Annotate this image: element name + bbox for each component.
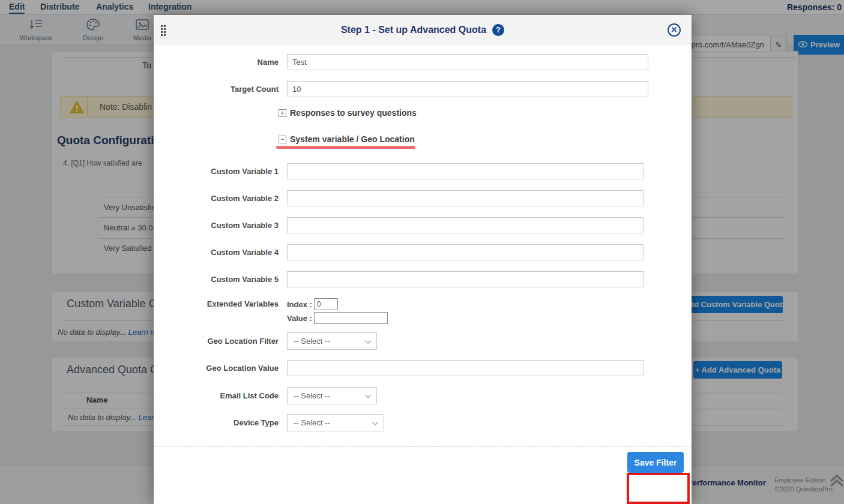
email-list-code-label: Email List Code [154, 391, 279, 400]
modal-footer: Save Filter [154, 446, 692, 475]
form-row-custom-variable-3: Custom Variable 3 [154, 217, 692, 233]
device-type-label: Device Type [154, 418, 279, 427]
geo-location-value-label: Geo Location Value [154, 364, 279, 373]
extended-variables-fields: Index : Value : [287, 298, 388, 324]
extended-index-line: Index : [287, 298, 388, 310]
custom-variable-4-input[interactable] [287, 244, 644, 260]
form-row-custom-variable-2: Custom Variable 2 [154, 190, 692, 206]
extended-value-line: Value : [287, 312, 388, 324]
custom-variable-2-input[interactable] [287, 190, 644, 206]
custom-variable-1-input[interactable] [287, 163, 644, 179]
extended-variables-label: Extended Variables [154, 298, 279, 324]
save-filter-button[interactable]: Save Filter [627, 452, 684, 473]
geo-location-filter-label: Geo Location Filter [154, 337, 279, 346]
custom-variable-1-label: Custom Variable 1 [154, 167, 279, 176]
form-row-custom-variable-5: Custom Variable 5 [154, 271, 692, 287]
form-row-email-list-code: Email List Code -- Select -- [154, 387, 692, 404]
section-responses-to-survey-questions[interactable]: + Responses to survey questions [279, 108, 692, 118]
value-label: Value : [287, 314, 312, 323]
red-underline-annotation [276, 146, 415, 149]
form-row-geo-location-filter: Geo Location Filter -- Select -- [154, 332, 692, 350]
form-row-custom-variable-4: Custom Variable 4 [154, 244, 692, 260]
close-icon[interactable]: ✕ [668, 23, 681, 37]
index-label: Index : [287, 300, 312, 309]
modal-header: Step 1 - Set up Advanced Quota ? ✕ [154, 15, 692, 45]
expand-icon[interactable]: + [279, 109, 286, 117]
form-row-custom-variable-1: Custom Variable 1 [154, 163, 692, 179]
modal-body: Name Target Count + Responses to survey … [154, 45, 692, 475]
name-label: Name [154, 58, 279, 67]
selected-value: -- Select -- [294, 391, 330, 400]
section-label: System variable / Geo Location [290, 134, 415, 144]
chevron-down-icon [365, 338, 372, 344]
custom-variable-5-input[interactable] [287, 271, 644, 287]
collapse-icon[interactable]: − [279, 136, 286, 143]
form-row-geo-location-value: Geo Location Value [154, 360, 692, 376]
form-row-device-type: Device Type -- Select -- [154, 414, 692, 431]
target-count-label: Target Count [154, 85, 279, 94]
custom-variable-5-label: Custom Variable 5 [154, 275, 279, 284]
custom-variable-3-label: Custom Variable 3 [154, 221, 279, 230]
section-label: Responses to survey questions [290, 108, 417, 118]
custom-variable-4-label: Custom Variable 4 [154, 248, 279, 257]
custom-variable-2-label: Custom Variable 2 [154, 194, 279, 203]
name-input[interactable] [287, 54, 648, 70]
form-row-extended-variables: Extended Variables Index : Value : [154, 298, 692, 324]
help-icon[interactable]: ? [492, 24, 504, 36]
target-count-input[interactable] [287, 81, 648, 97]
form-row-target-count: Target Count [154, 81, 692, 97]
chevron-down-icon [365, 392, 372, 399]
geo-location-value-input[interactable] [287, 360, 644, 376]
modal-title: Step 1 - Set up Advanced Quota [341, 25, 486, 35]
custom-variable-3-input[interactable] [287, 217, 644, 233]
geo-location-filter-select[interactable]: -- Select -- [287, 332, 377, 350]
selected-value: -- Select -- [294, 337, 330, 346]
value-input[interactable] [314, 312, 388, 324]
index-input[interactable] [314, 298, 338, 310]
email-list-code-select[interactable]: -- Select -- [287, 387, 377, 404]
screen: Edit Distribute Analytics Integration Re… [0, 0, 844, 504]
form-row-name: Name [154, 54, 692, 70]
device-type-select[interactable]: -- Select -- [287, 414, 384, 431]
advanced-quota-modal: Step 1 - Set up Advanced Quota ? ✕ Name … [154, 15, 692, 504]
chevron-down-icon [372, 419, 379, 426]
selected-value: -- Select -- [294, 418, 330, 427]
section-system-variable-geo-location[interactable]: − System variable / Geo Location [279, 134, 692, 144]
modal-title-wrap: Step 1 - Set up Advanced Quota ? [154, 15, 692, 45]
